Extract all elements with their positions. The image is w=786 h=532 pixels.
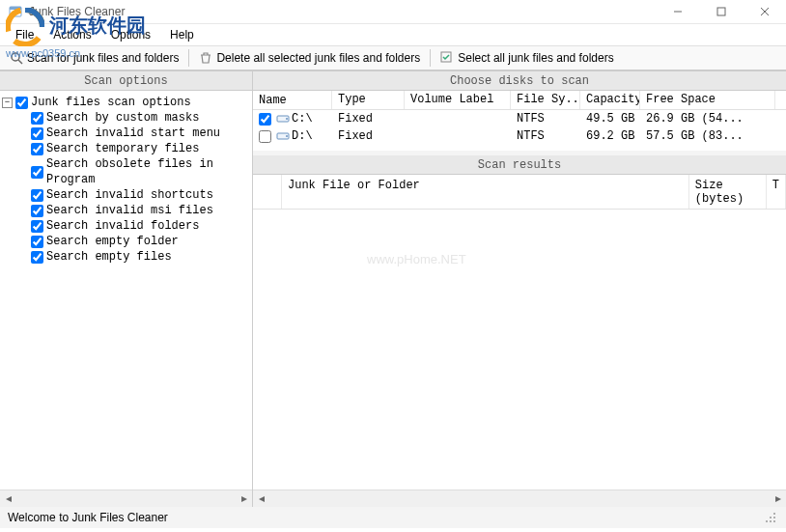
tree-item-checkbox[interactable] [31, 166, 43, 179]
col-capacity[interactable]: Capacity [580, 91, 640, 109]
scroll-right-icon[interactable]: ▸ [770, 490, 786, 507]
tree-item-checkbox[interactable] [31, 143, 43, 155]
collapse-icon[interactable]: − [2, 98, 13, 108]
disk-checkbox[interactable] [259, 130, 271, 143]
tree-root-label: Junk files scan options [31, 95, 191, 110]
menubar: File Actions Options Help [0, 24, 786, 45]
svg-point-13 [773, 520, 775, 522]
minimize-button[interactable] [656, 0, 699, 24]
disk-type: Fixed [332, 128, 405, 144]
tree-item-label: Search invalid folders [46, 218, 199, 234]
left-scrollbar[interactable]: ◂ ▸ [0, 490, 252, 506]
tree-item-label: Search invalid msi files [46, 203, 213, 218]
svg-point-14 [770, 520, 772, 522]
scan-options-panel: Scan options − Junk files scan options S… [0, 71, 253, 506]
disk-checkbox[interactable] [259, 113, 271, 126]
disk-volume [405, 135, 511, 137]
disk-fs: NTFS [511, 128, 580, 144]
tree-item-checkbox[interactable] [31, 220, 43, 233]
disk-capacity: 49.5 GB [580, 111, 640, 126]
close-button[interactable] [743, 0, 786, 24]
svg-rect-3 [717, 8, 725, 15]
svg-point-12 [286, 135, 288, 137]
col-volume[interactable]: Volume Label [405, 91, 511, 109]
window-title: Junk Files Cleaner [29, 5, 656, 18]
tree-item[interactable]: Search invalid msi files [2, 203, 250, 218]
tree-item[interactable]: Search invalid start menu [2, 126, 250, 141]
tree-item-checkbox[interactable] [31, 236, 43, 248]
tree-item[interactable]: Search obsolete files in Program [2, 156, 250, 187]
scroll-track[interactable] [269, 490, 770, 507]
tree-item-label: Search temporary files [46, 141, 199, 156]
tree-item-label: Search by custom masks [46, 110, 199, 126]
svg-rect-1 [10, 7, 21, 10]
col-type[interactable]: Type [332, 91, 405, 109]
toolbar: Scan for junk files and folders Delete a… [0, 45, 786, 70]
disk-name: C:\ [292, 112, 313, 126]
col-size[interactable]: Size (bytes) [689, 175, 767, 209]
delete-button[interactable]: Delete all selected junk files and folde… [193, 49, 426, 67]
col-junkfile[interactable]: Junk File or Folder [282, 175, 689, 209]
select-all-button[interactable]: Select all junk files and folders [435, 49, 619, 67]
disks-panel: Choose disks to scan Name Type Volume La… [253, 71, 786, 151]
tree-item-checkbox[interactable] [31, 127, 43, 140]
drive-icon [276, 113, 290, 125]
disk-row[interactable]: D:\FixedNTFS69.2 GB57.5 GB (83... [253, 127, 786, 145]
scroll-right-icon[interactable]: ▸ [236, 490, 252, 507]
disks-header: Choose disks to scan [253, 71, 786, 91]
col-name[interactable]: Name [253, 91, 332, 109]
delete-button-label: Delete all selected junk files and folde… [216, 51, 420, 65]
col-free[interactable]: Free Space [640, 91, 775, 109]
statusbar: Welcome to Junk Files Cleaner [0, 506, 786, 528]
disk-row[interactable]: C:\FixedNTFS49.5 GB26.9 GB (54... [253, 110, 786, 127]
scan-button-label: Scan for junk files and folders [27, 51, 179, 65]
tree-item[interactable]: Search empty files [2, 249, 250, 265]
disk-free: 26.9 GB (54... [640, 111, 775, 126]
svg-point-18 [773, 513, 775, 515]
tree-item[interactable]: Search empty folder [2, 234, 250, 249]
col-size-label: Size [695, 179, 723, 192]
results-scrollbar[interactable]: ◂ ▸ [253, 490, 786, 506]
tree-item-label: Search invalid shortcuts [46, 187, 213, 203]
check-all-icon [440, 51, 454, 65]
select-all-button-label: Select all junk files and folders [458, 51, 613, 65]
scan-button[interactable]: Scan for junk files and folders [4, 49, 184, 67]
col-blank[interactable] [253, 175, 282, 209]
trash-icon [199, 51, 212, 65]
tree-root-checkbox[interactable] [15, 97, 28, 109]
resize-grip-icon[interactable] [763, 510, 778, 525]
menu-help[interactable]: Help [160, 26, 204, 43]
disk-name: D:\ [292, 129, 313, 143]
tree-item-label: Search empty files [46, 249, 172, 265]
disk-free: 57.5 GB (83... [640, 128, 775, 144]
tree-root[interactable]: − Junk files scan options [2, 95, 250, 110]
maximize-button[interactable] [699, 0, 743, 24]
tree-item[interactable]: Search by custom masks [2, 110, 250, 126]
scan-options-tree[interactable]: − Junk files scan options Search by cust… [0, 91, 252, 490]
menu-actions[interactable]: Actions [43, 26, 100, 43]
menu-options[interactable]: Options [101, 26, 160, 43]
disks-columns: Name Type Volume Label File Sy... Capaci… [253, 91, 786, 110]
tree-item[interactable]: Search invalid folders [2, 218, 250, 234]
svg-point-15 [773, 517, 775, 518]
tree-item-label: Search obsolete files in Program [46, 156, 250, 187]
results-table: Junk File or Folder Size (bytes) T [253, 175, 786, 490]
tree-item-checkbox[interactable] [31, 189, 43, 202]
tree-item[interactable]: Search invalid shortcuts [2, 187, 250, 203]
right-panel: Choose disks to scan Name Type Volume La… [253, 71, 786, 506]
disk-type: Fixed [332, 111, 405, 126]
disks-table: Name Type Volume Label File Sy... Capaci… [253, 91, 786, 151]
col-t[interactable]: T [767, 175, 786, 209]
app-icon [8, 4, 23, 19]
tree-item-checkbox[interactable] [31, 251, 43, 264]
tree-item[interactable]: Search temporary files [2, 141, 250, 156]
col-fs[interactable]: File Sy... [511, 91, 580, 109]
tree-item-checkbox[interactable] [31, 112, 43, 125]
menu-file[interactable]: File [6, 26, 43, 43]
tree-item-checkbox[interactable] [31, 205, 43, 217]
scroll-track[interactable] [16, 490, 236, 507]
scroll-left-icon[interactable]: ◂ [0, 490, 16, 507]
results-header: Scan results [253, 155, 786, 175]
drive-icon [276, 130, 290, 142]
scroll-left-icon[interactable]: ◂ [253, 490, 269, 507]
